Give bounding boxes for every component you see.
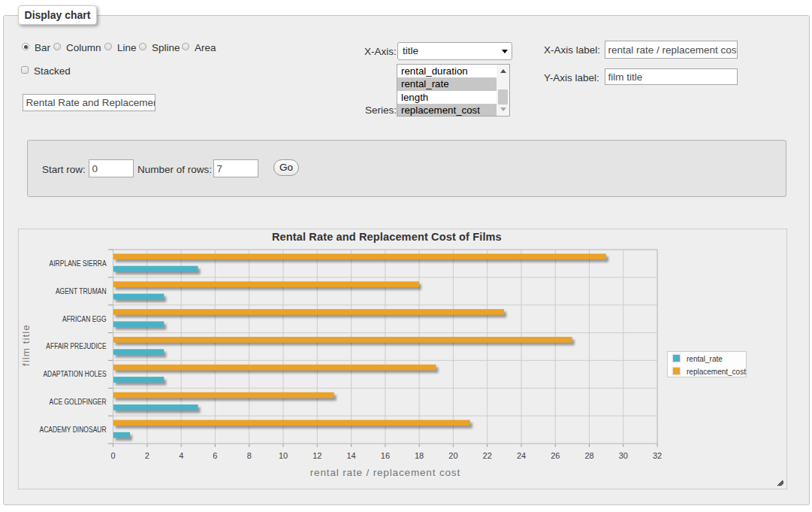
svg-text:4: 4 [179, 451, 183, 460]
svg-text:24: 24 [517, 451, 526, 460]
svg-text:rental rate / replacement cost: rental rate / replacement cost [310, 467, 460, 478]
svg-text:AGENT TRUMAN: AGENT TRUMAN [56, 287, 107, 295]
svg-text:32: 32 [653, 451, 662, 460]
svg-text:ACE GOLDFINGER: ACE GOLDFINGER [50, 398, 107, 406]
svg-text:22: 22 [483, 451, 492, 460]
svg-text:AFRICAN EGG: AFRICAN EGG [62, 315, 107, 323]
svg-text:ACADEMY DINOSAUR: ACADEMY DINOSAUR [40, 426, 107, 434]
svg-text:12: 12 [312, 451, 321, 460]
svg-text:Rental Rate and Replacement Co: Rental Rate and Replacement Cost of Film… [272, 231, 502, 243]
svg-text:30: 30 [619, 451, 628, 460]
svg-text:8: 8 [247, 451, 252, 460]
svg-text:0: 0 [111, 451, 116, 460]
svg-text:2: 2 [145, 451, 149, 460]
svg-text:6: 6 [213, 451, 217, 460]
svg-text:28: 28 [584, 451, 593, 460]
svg-text:10: 10 [279, 451, 288, 460]
svg-text:ADAPTATION HOLES: ADAPTATION HOLES [43, 370, 106, 378]
svg-text:18: 18 [415, 451, 424, 460]
svg-text:20: 20 [448, 451, 457, 460]
svg-text:film title: film title [20, 324, 32, 366]
svg-text:AFFAIR PREJUDICE: AFFAIR PREJUDICE [46, 342, 107, 350]
svg-text:16: 16 [381, 451, 390, 460]
svg-text:26: 26 [551, 451, 560, 460]
svg-text:14: 14 [346, 451, 355, 460]
svg-text:AIRPLANE SIERRA: AIRPLANE SIERRA [50, 259, 107, 268]
